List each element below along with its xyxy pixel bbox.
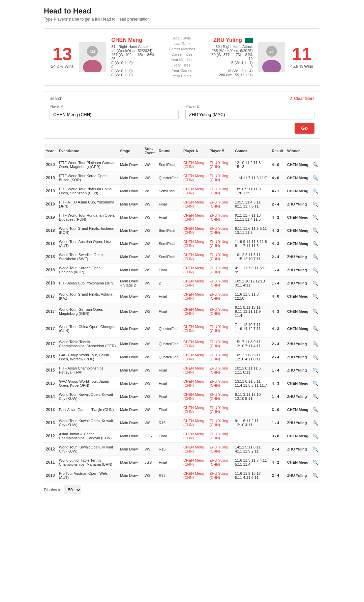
player-a-photo: CM	[79, 42, 106, 72]
table-row: 2017 World Tour, German Open, Magdeburg …	[44, 303, 320, 320]
cell-round: Final	[157, 198, 181, 211]
table-row: 2017 World Table Tennis Championships, D…	[44, 337, 320, 351]
cell-event: GAC Group World Tour, Japan Open, Kobe (…	[57, 377, 118, 390]
player-b-photo: ZY	[258, 42, 285, 72]
player-inputs: Player A Player B	[50, 104, 314, 119]
cell-sub-event: WS	[143, 351, 157, 364]
cell-player-b: ZHU Yuling (CHN)	[208, 185, 233, 198]
cell-round: SemiFinal	[157, 185, 181, 198]
cell-games: 10:12 10:12 12:10 3:11 4:11	[233, 277, 270, 290]
cell-player-b: ZHU Yuling (CHN)	[208, 211, 233, 224]
player-a-input[interactable]	[50, 110, 179, 119]
cell-search[interactable]: 🔍	[310, 158, 320, 171]
cell-search[interactable]: 🔍	[310, 469, 320, 482]
cell-winner: ZHU Yuling	[285, 390, 310, 403]
cell-player-a: CHEN Meng (CHN)	[181, 250, 208, 264]
cell-round: Final	[157, 456, 181, 469]
cell-year: 2017	[44, 337, 57, 351]
cell-year: 2018	[44, 250, 57, 264]
clear-filters-button[interactable]: ↺ Clear filters	[289, 96, 314, 101]
cell-year: 2012	[44, 430, 57, 443]
col-games: Games	[233, 144, 270, 158]
cell-result: 1 - 4	[270, 416, 285, 430]
cell-search[interactable]: 🔍	[310, 185, 320, 198]
cell-event: ITTF ATTU Asian Cup, Yokohama (JPN)	[57, 198, 118, 211]
cell-result: 2 - 4	[270, 469, 285, 482]
cell-search[interactable]: 🔍	[310, 250, 320, 264]
cell-player-b: ZHU Yuling (CHN)	[208, 198, 233, 211]
cell-search[interactable]: 🔍	[310, 224, 320, 237]
cell-event: ITTF World Tour Korea Open, Busan (KOR)	[57, 171, 118, 185]
display-select[interactable]: 50	[64, 486, 81, 494]
cell-winner: ZHU Yuling	[285, 337, 310, 351]
cell-search[interactable]: 🔍	[310, 171, 320, 185]
cell-event: Pro Tour Austrian Open, Wels (AUT)	[57, 469, 118, 482]
cell-search[interactable]: 🔍	[310, 337, 320, 351]
col-round: Round	[157, 144, 181, 158]
search-section: Search: ↺ Clear filters Player A Player …	[44, 91, 320, 139]
cell-search[interactable]: 🔍	[310, 320, 320, 337]
col-action	[310, 144, 320, 158]
cell-year: 2020	[44, 158, 57, 171]
cell-search[interactable]: 🔍	[310, 277, 320, 290]
cell-player-a: CHEN Meng (CHN)	[181, 211, 208, 224]
cell-games: 12:10 11:2 11:8 15:13	[233, 158, 270, 171]
cell-winner: CHEN Meng	[285, 430, 310, 443]
col-stage: Stage	[118, 144, 143, 158]
go-button[interactable]: Go	[295, 123, 314, 134]
cell-search[interactable]: 🔍	[310, 416, 320, 430]
cell-games: 7:11 12:10 7:11 11:9 14:12 7:11 11:1	[233, 320, 270, 337]
cell-year: 2019	[44, 198, 57, 211]
cell-search[interactable]: 🔍	[310, 211, 320, 224]
cell-player-b: ZHU Yuling (CHN)	[208, 171, 233, 185]
cell-search[interactable]: 🔍	[310, 290, 320, 303]
cell-event: World Tour, German Open, Magdeburg (GER)	[57, 303, 118, 320]
cell-games: 13:11 6:11 5:11 11:4 11:5 6:11 11:7	[233, 377, 270, 390]
cell-search[interactable]: 🔍	[310, 237, 320, 250]
player-a-career-titles: 25	[111, 57, 154, 61]
cell-search[interactable]: 🔍	[310, 303, 320, 320]
cell-result: 4 - 0	[270, 158, 285, 171]
cell-year: 2015	[44, 364, 57, 377]
cell-player-b: ZHU Yuling (CHN)	[208, 390, 233, 403]
cell-search[interactable]: 🔍	[310, 377, 320, 390]
player-b-block: ZHU Yuling 30 | Right-Hand Attack #85 (W…	[209, 37, 313, 77]
player-a-career-matches: 467 (W: 402, L: 65) – 86%	[111, 53, 154, 57]
cell-search[interactable]: 🔍	[310, 198, 320, 211]
center-table: Age | Style Last Rank Career Matches Car…	[155, 35, 209, 79]
table-row: 2018 World Tour, Swedish Open, Stockholm…	[44, 250, 320, 264]
cell-player-a: CHEN Meng (CHN)	[181, 185, 208, 198]
cell-player-b: ZHU Yuling (CHN)	[208, 430, 233, 443]
page-subtitle: Type Players' name to get a full Head to…	[44, 17, 320, 22]
cell-winner: CHEN Meng	[285, 237, 310, 250]
cell-search[interactable]: 🔍	[310, 430, 320, 443]
cell-winner: ZHU Yuling	[285, 416, 310, 430]
cell-round: Final	[157, 290, 181, 303]
cell-search[interactable]: 🔍	[310, 264, 320, 277]
cell-result: 4 - 1	[270, 185, 285, 198]
cell-stage: Main Draw	[118, 430, 143, 443]
cell-search[interactable]: 🔍	[310, 456, 320, 469]
cell-event: Asian Junior & Cadet Championships, Jian…	[57, 430, 118, 443]
cell-year: 2015	[44, 351, 57, 364]
player-b-input[interactable]	[185, 110, 314, 119]
cell-search[interactable]: 🔍	[310, 351, 320, 364]
cell-winner: CHEN Meng	[285, 320, 310, 337]
player-a-year-games: 0 (W: 0, L: 0)	[111, 69, 154, 73]
cell-search[interactable]: 🔍	[310, 443, 320, 456]
cell-year: 2014	[44, 390, 57, 403]
cell-player-b: ZHU Yuling (CHN)	[208, 403, 233, 416]
cell-search[interactable]: 🔍	[310, 403, 320, 416]
cell-player-b: ZHU Yuling (CHN)	[208, 237, 233, 250]
cell-search[interactable]: 🔍	[310, 390, 320, 403]
cell-year: 2010	[44, 469, 57, 482]
cell-player-b: ZHU Yuling (CHN)	[208, 456, 233, 469]
cell-round: Final	[157, 264, 181, 277]
table-row: 2014 World Tour, Kuwait Open, Kuwait Cit…	[44, 390, 320, 403]
table-row: 2015 GAC Group World Tour, Polish Open, …	[44, 351, 320, 364]
table-row: 2020 ITTF World Tour Platinum German Ope…	[44, 158, 320, 171]
lbl-year-matches: Year Matches	[155, 57, 209, 62]
cell-winner: ZHU Yuling	[285, 250, 310, 264]
cell-search[interactable]: 🔍	[310, 364, 320, 377]
cell-round: Final	[157, 430, 181, 443]
